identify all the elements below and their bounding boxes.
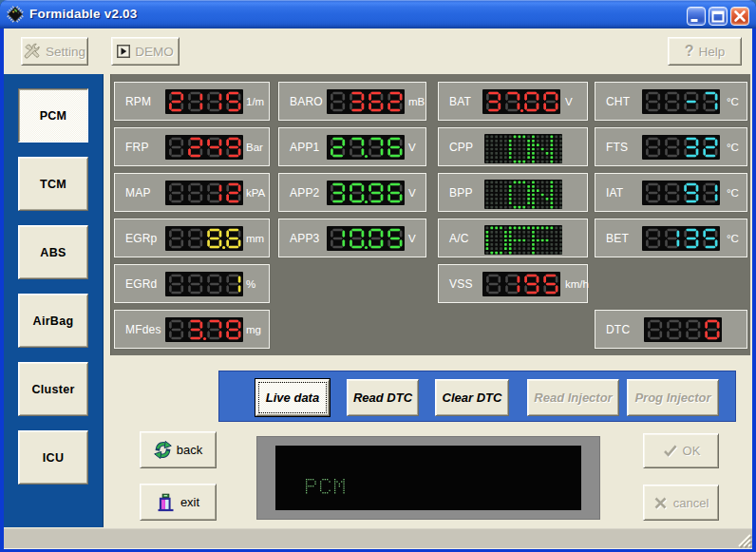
x-icon <box>653 496 669 510</box>
led-display <box>165 317 243 342</box>
gauge-unit: % <box>246 278 255 290</box>
gauge-unit: Bar <box>246 142 263 153</box>
action-button-label: Clear DTC <box>443 390 502 405</box>
led-display <box>165 89 243 114</box>
gauge-unit: kPA <box>246 187 265 199</box>
clear-dtc-button[interactable]: Clear DTC <box>435 379 509 416</box>
sidebar-item-cluster[interactable]: Cluster <box>18 362 88 416</box>
action-strip: Live dataRead DTCClear DTCRead InjectorP… <box>218 371 736 422</box>
gauge-label: BPP <box>449 186 473 200</box>
gauge-label: MAP <box>125 186 151 200</box>
gauge-unit: °C <box>727 96 739 107</box>
maximize-button[interactable] <box>709 7 728 26</box>
title-bar[interactable]: Formidable v2.03 <box>0 0 756 29</box>
close-icon <box>731 8 748 25</box>
gauge-label: VSS <box>449 277 473 291</box>
led-display <box>327 226 405 251</box>
minimize-button[interactable] <box>687 7 706 26</box>
gauge-baro: BAROmB <box>278 82 426 121</box>
gauge-label: DTC <box>606 323 630 336</box>
sidebar-item-pcm[interactable]: PCM <box>18 88 88 143</box>
exit-button-label: exit <box>180 495 199 509</box>
gauge-unit: V <box>408 142 416 153</box>
sidebar-item-abs[interactable]: ABS <box>18 225 88 279</box>
gauge-app2: APP2V <box>278 173 426 212</box>
gauge-label: BET <box>606 232 629 245</box>
live-data-button[interactable]: Live data <box>255 379 330 416</box>
gauge-label: MFdes <box>125 323 161 336</box>
led-display <box>642 135 720 160</box>
led-display <box>165 135 243 160</box>
led-display <box>642 226 720 251</box>
ok-button-label: OK <box>683 444 701 458</box>
gauge-cht: CHT°C <box>595 82 747 121</box>
question-icon: ? <box>685 43 694 60</box>
gauge-map: MAPkPA <box>114 173 270 212</box>
gauge-label: CHT <box>606 95 630 108</box>
demo-button[interactable]: DEMO <box>111 37 180 66</box>
led-display <box>327 135 405 160</box>
gauge-unit: mg <box>246 324 261 335</box>
read-injector-button[interactable]: Read Injector <box>527 379 619 416</box>
sidebar-item-tcm[interactable]: TCM <box>18 157 88 211</box>
prog-injector-button[interactable]: Prog Injector <box>627 379 719 416</box>
cancel-button[interactable]: cancel <box>643 485 719 521</box>
led-display <box>165 272 243 296</box>
gauge-panel: RPM1/mFRPBarMAPkPAEGRpmmEGRd%MFdesmgBARO… <box>110 74 750 355</box>
action-button-label: Live data <box>266 390 319 405</box>
read-dtc-button[interactable]: Read DTC <box>347 379 419 416</box>
close-button[interactable] <box>730 7 749 26</box>
gauge-mfdes: MFdesmg <box>114 310 270 349</box>
led-display <box>327 89 405 114</box>
status-bar <box>4 528 752 548</box>
led-display <box>482 272 560 296</box>
gauge-unit: km/h <box>565 278 589 290</box>
app-chip-icon <box>7 6 24 23</box>
gauge-vss: VSSkm/h <box>438 264 588 303</box>
tools-icon <box>24 43 41 60</box>
resize-grip[interactable] <box>733 529 752 548</box>
gauge-label: RPM <box>125 95 151 108</box>
gauge-unit: °C <box>727 142 739 153</box>
play-icon <box>117 45 130 58</box>
gauge-unit: V <box>565 96 573 107</box>
sidebar-item-airbag[interactable]: AirBag <box>18 294 88 348</box>
gauge-frp: FRPBar <box>114 127 270 166</box>
client-area: Setting DEMO?Help PCMTCMABSAirBagCluster… <box>4 29 752 548</box>
gauge-label: APP3 <box>290 232 320 245</box>
sidebar-item-icu[interactable]: ICU <box>18 430 88 485</box>
cancel-button-label: cancel <box>673 496 709 510</box>
gauge-label: FRP <box>125 141 149 154</box>
minimize-icon <box>688 8 705 25</box>
gauge-cpp: CPP <box>438 127 588 166</box>
exit-button[interactable]: exit <box>140 484 217 521</box>
gauge-app1: APP1V <box>278 127 426 166</box>
gauge-iat: IAT°C <box>595 173 747 212</box>
sidebar-item-label: PCM <box>40 109 67 123</box>
setting-button[interactable]: Setting <box>21 37 88 66</box>
sidebar-item-label: Cluster <box>31 383 74 396</box>
refresh-icon <box>154 441 172 459</box>
gauge-rpm: RPM1/m <box>114 82 270 121</box>
ok-button[interactable]: OK <box>643 433 719 468</box>
help-button[interactable]: ?Help <box>668 37 742 66</box>
gauge-ac: A/C <box>438 219 588 257</box>
gauge-unit: mm <box>246 233 264 244</box>
gauge-unit: mB <box>408 96 425 107</box>
gauge-label: IAT <box>606 186 623 200</box>
gauge-unit: V <box>408 233 416 244</box>
sidebar-item-label: ABS <box>40 246 66 259</box>
gauge-bpp: BPP <box>438 173 588 212</box>
led-display <box>642 89 720 114</box>
gauge-unit: °C <box>727 233 739 244</box>
action-button-label: Prog Injector <box>634 390 710 405</box>
back-button[interactable]: back <box>140 431 217 468</box>
led-display <box>482 89 560 114</box>
gauge-label: FTS <box>606 141 628 154</box>
led-display <box>165 181 243 205</box>
sidebar-item-label: ICU <box>43 451 64 465</box>
back-button-label: back <box>177 443 202 457</box>
gauge-label: EGRd <box>125 277 157 291</box>
screen-text <box>275 446 581 510</box>
gauge-unit: V <box>408 187 416 199</box>
